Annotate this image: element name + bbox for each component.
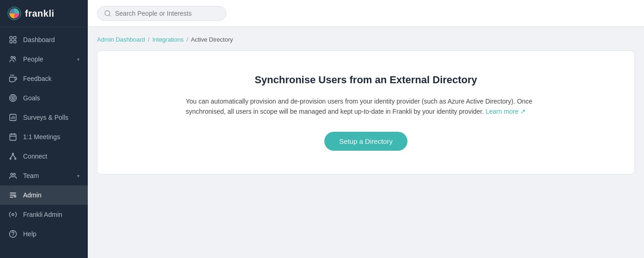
team-chevron-icon: ▾	[77, 173, 79, 178]
team-icon	[8, 171, 18, 180]
svg-rect-1	[10, 37, 12, 39]
sidebar-item-feedback-label: Feedback	[23, 75, 79, 82]
meetings-icon	[8, 132, 18, 141]
goals-icon	[8, 93, 18, 103]
setup-directory-button[interactable]: Setup a Directory	[324, 132, 407, 151]
sidebar-item-admin[interactable]: Admin	[0, 185, 88, 205]
breadcrumb-admin-dashboard[interactable]: Admin Dashboard	[97, 36, 145, 43]
breadcrumb: Admin Dashboard / Integrations / Active …	[97, 36, 635, 43]
sidebar-item-feedback[interactable]: Feedback	[0, 69, 88, 88]
sync-card: Synchronise Users from an External Direc…	[97, 50, 635, 174]
sidebar-item-dashboard[interactable]: Dashboard	[0, 30, 88, 49]
content-area: Admin Dashboard / Integrations / Active …	[88, 27, 644, 258]
sidebar-item-meetings-label: 1:1 Meetings	[23, 133, 79, 141]
connect-icon	[8, 152, 18, 161]
sidebar-nav: Dashboard People ▾ Feedback Goals	[0, 27, 88, 258]
sidebar-item-people[interactable]: People ▾	[0, 49, 88, 69]
svg-point-12	[12, 98, 14, 99]
svg-point-31	[12, 214, 14, 216]
admin-icon	[8, 190, 18, 200]
sidebar-item-frankli-admin[interactable]: Frankli Admin	[0, 205, 88, 224]
logo-text: frankli	[25, 8, 55, 19]
people-icon	[8, 55, 18, 64]
sidebar-item-surveys[interactable]: Surveys & Polls	[0, 108, 88, 127]
sidebar: frankli Dashboard People ▾ Feedback	[0, 0, 88, 258]
sidebar-item-connect-label: Connect	[23, 153, 79, 160]
logo: frankli	[0, 0, 88, 27]
search-icon	[104, 10, 111, 17]
sidebar-item-frankli-admin-label: Frankli Admin	[23, 211, 79, 218]
people-chevron-icon: ▾	[77, 57, 79, 62]
sidebar-item-admin-label: Admin	[23, 191, 79, 199]
breadcrumb-active-directory: Active Directory	[191, 36, 233, 43]
breadcrumb-separator-2: /	[187, 36, 188, 43]
sidebar-item-surveys-label: Surveys & Polls	[23, 114, 79, 121]
logo-icon	[7, 6, 21, 20]
sidebar-item-help[interactable]: Help	[0, 224, 88, 244]
svg-point-11	[11, 96, 15, 100]
svg-point-26	[11, 173, 13, 176]
svg-point-27	[13, 173, 16, 176]
svg-point-6	[13, 56, 15, 58]
help-icon	[8, 229, 18, 239]
sidebar-item-connect[interactable]: Connect	[0, 147, 88, 166]
svg-rect-17	[10, 134, 16, 141]
svg-rect-2	[14, 37, 16, 39]
svg-line-24	[11, 154, 13, 158]
sidebar-item-help-label: Help	[23, 230, 79, 238]
svg-line-25	[13, 154, 15, 158]
frankli-admin-icon	[8, 210, 18, 219]
breadcrumb-integrations[interactable]: Integrations	[152, 36, 184, 43]
sidebar-item-goals-label: Goals	[23, 94, 79, 102]
svg-point-10	[10, 95, 17, 102]
search-input[interactable]	[115, 10, 219, 17]
main-content: Admin Dashboard / Integrations / Active …	[88, 0, 644, 258]
sidebar-item-goals[interactable]: Goals	[0, 88, 88, 108]
breadcrumb-separator-1: /	[148, 36, 150, 43]
dashboard-icon	[8, 35, 18, 44]
svg-rect-4	[14, 41, 16, 43]
svg-rect-3	[10, 41, 12, 43]
svg-line-35	[109, 15, 110, 16]
card-title: Synchronise Users from an External Direc…	[116, 74, 616, 86]
header	[88, 0, 644, 27]
sidebar-item-meetings[interactable]: 1:1 Meetings	[0, 127, 88, 147]
sidebar-item-people-label: People	[23, 55, 72, 63]
svg-point-5	[11, 56, 13, 59]
card-description-text: You can automatically provision and de-p…	[186, 98, 532, 115]
surveys-icon	[8, 113, 18, 122]
sidebar-item-team-label: Team	[23, 172, 72, 179]
feedback-icon	[8, 74, 18, 83]
learn-more-link[interactable]: Learn more ↗	[486, 108, 526, 115]
card-description: You can automatically provision and de-p…	[186, 96, 546, 117]
search-box[interactable]	[97, 6, 226, 21]
sidebar-item-dashboard-label: Dashboard	[23, 36, 79, 43]
sidebar-item-team[interactable]: Team ▾	[0, 166, 88, 185]
